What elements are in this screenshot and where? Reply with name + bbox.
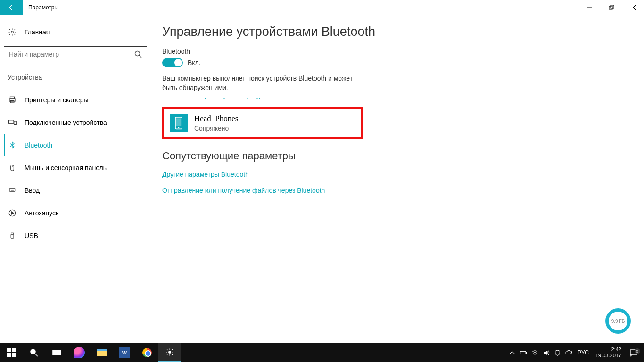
titlebar: Параметры bbox=[0, 0, 644, 15]
svg-rect-11 bbox=[9, 120, 14, 124]
start-button[interactable] bbox=[0, 343, 23, 362]
tray-onedrive-icon[interactable] bbox=[563, 343, 575, 362]
sidebar: Главная Устройства Принтеры и сканеры По… bbox=[0, 15, 151, 343]
svg-rect-26 bbox=[7, 348, 11, 352]
svg-rect-28 bbox=[7, 353, 11, 357]
loading-indicator bbox=[162, 96, 271, 102]
search-box[interactable] bbox=[4, 46, 147, 62]
keyboard-icon bbox=[8, 186, 17, 195]
sidebar-item-mouse[interactable]: Мышь и сенсорная панель bbox=[4, 156, 147, 179]
task-view-button[interactable] bbox=[45, 343, 68, 362]
taskbar-app-chrome[interactable] bbox=[136, 343, 158, 362]
maximize-button[interactable] bbox=[601, 0, 622, 15]
storage-badge-text: 9.9 ГБ bbox=[611, 319, 625, 324]
window-title: Параметры bbox=[28, 4, 58, 11]
main-content: Управление устройствами Bluetooth Blueto… bbox=[151, 15, 644, 343]
sidebar-item-label: Принтеры и сканеры bbox=[25, 96, 88, 104]
devices-icon bbox=[8, 118, 17, 127]
svg-rect-24 bbox=[176, 119, 182, 126]
close-button[interactable] bbox=[622, 0, 644, 15]
clock[interactable]: 2:42 19.03.2017 bbox=[595, 346, 621, 359]
tray-volume-icon[interactable] bbox=[541, 343, 552, 362]
usb-icon bbox=[8, 231, 17, 240]
svg-point-34 bbox=[169, 351, 171, 354]
clock-date: 19.03.2017 bbox=[595, 353, 621, 359]
svg-point-5 bbox=[11, 31, 14, 33]
taskbar: W РУС 2:42 19.03.2017 5 bbox=[0, 343, 644, 362]
svg-rect-29 bbox=[12, 353, 16, 357]
svg-rect-32 bbox=[53, 350, 58, 355]
related-heading: Сопутствующие параметры bbox=[162, 150, 633, 162]
home-link[interactable]: Главная bbox=[4, 24, 147, 41]
svg-point-25 bbox=[178, 127, 180, 129]
sidebar-item-typing[interactable]: Ввод bbox=[4, 179, 147, 202]
tray-battery-icon[interactable] bbox=[518, 343, 529, 362]
svg-rect-10 bbox=[10, 101, 14, 103]
window-controls bbox=[579, 0, 644, 15]
sidebar-item-label: Bluetooth bbox=[25, 141, 52, 149]
sidebar-item-label: Подключенные устройства bbox=[25, 119, 107, 126]
sidebar-item-label: Мышь и сенсорная панель bbox=[25, 164, 107, 172]
clock-time: 2:42 bbox=[595, 346, 621, 353]
svg-rect-36 bbox=[526, 352, 527, 354]
sidebar-item-label: Ввод bbox=[25, 187, 40, 194]
device-item[interactable]: Head_Phones Сопряжено bbox=[162, 107, 363, 139]
svg-line-7 bbox=[139, 55, 141, 58]
section-title: Устройства bbox=[4, 70, 147, 85]
bluetooth-icon bbox=[8, 140, 17, 150]
device-name: Head_Phones bbox=[194, 114, 238, 123]
action-center-button[interactable]: 5 bbox=[625, 348, 642, 357]
page-title: Управление устройствами Bluetooth bbox=[162, 25, 633, 39]
sidebar-item-label: USB bbox=[25, 232, 38, 239]
status-text: Ваш компьютер выполняет поиск устройств … bbox=[162, 74, 365, 92]
search-icon bbox=[134, 50, 142, 58]
storage-badge[interactable]: 9.9 ГБ bbox=[605, 308, 631, 334]
bluetooth-toggle[interactable] bbox=[162, 58, 183, 67]
sidebar-item-connected-devices[interactable]: Подключенные устройства bbox=[4, 111, 147, 134]
sidebar-item-printers[interactable]: Принтеры и сканеры bbox=[4, 89, 147, 111]
svg-rect-33 bbox=[58, 350, 61, 355]
taskbar-app-word[interactable]: W bbox=[113, 343, 136, 362]
autoplay-icon bbox=[8, 208, 17, 218]
gear-icon bbox=[8, 27, 17, 37]
minimize-button[interactable] bbox=[579, 0, 601, 15]
link-send-receive-files[interactable]: Отправление или получение файлов через B… bbox=[162, 187, 633, 194]
mouse-icon bbox=[8, 163, 17, 173]
svg-rect-27 bbox=[12, 348, 16, 352]
back-button[interactable] bbox=[0, 0, 23, 15]
search-input[interactable] bbox=[9, 50, 134, 58]
toggle-label: Bluetooth bbox=[162, 48, 633, 55]
system-tray: РУС 2:42 19.03.2017 5 bbox=[507, 343, 644, 362]
tray-chevron-up-icon[interactable] bbox=[507, 343, 518, 362]
svg-rect-22 bbox=[11, 234, 14, 238]
phone-icon bbox=[170, 114, 188, 132]
taskbar-app-paint[interactable] bbox=[68, 343, 91, 362]
tray-defender-icon[interactable] bbox=[552, 343, 563, 362]
toggle-state: Вкл. bbox=[188, 59, 201, 66]
svg-rect-35 bbox=[520, 351, 526, 354]
notification-count: 5 bbox=[635, 348, 640, 354]
taskbar-app-explorer[interactable] bbox=[91, 343, 113, 362]
svg-rect-15 bbox=[9, 188, 15, 191]
home-label: Главная bbox=[25, 28, 50, 36]
link-more-bluetooth-options[interactable]: Другие параметры Bluetooth bbox=[162, 171, 633, 178]
sidebar-item-usb[interactable]: USB bbox=[4, 224, 147, 247]
sidebar-item-label: Автозапуск bbox=[25, 209, 58, 217]
svg-rect-12 bbox=[14, 121, 17, 125]
tray-wifi-icon[interactable] bbox=[529, 343, 541, 362]
search-button[interactable] bbox=[23, 343, 45, 362]
device-status: Сопряжено bbox=[194, 124, 238, 132]
language-indicator[interactable]: РУС bbox=[578, 349, 589, 356]
svg-point-30 bbox=[31, 349, 35, 354]
sidebar-item-autoplay[interactable]: Автозапуск bbox=[4, 202, 147, 224]
svg-line-31 bbox=[35, 354, 38, 356]
sidebar-item-bluetooth[interactable]: Bluetooth bbox=[4, 134, 147, 156]
printer-icon bbox=[8, 95, 17, 105]
taskbar-app-settings[interactable] bbox=[158, 343, 181, 362]
